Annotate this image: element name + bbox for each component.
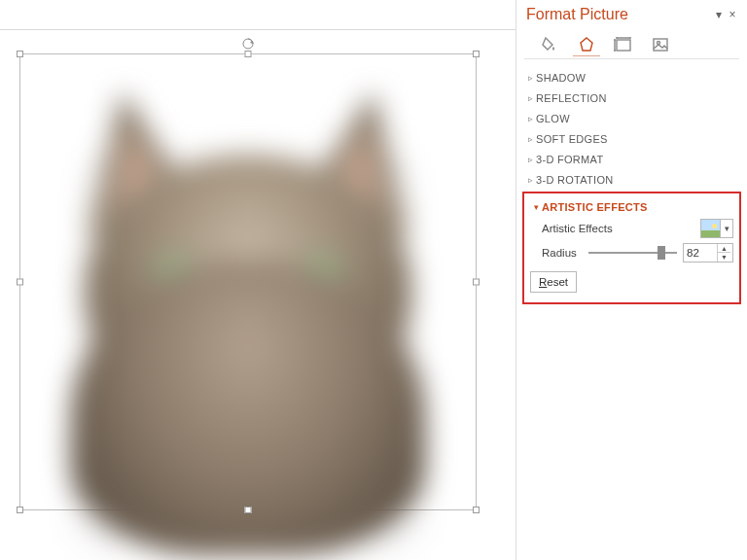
section-soft-edges[interactable]: ▹SOFT EDGES [524, 128, 739, 149]
artistic-effects-row: Artistic Effects ▾ [530, 217, 733, 240]
slider-thumb[interactable] [658, 246, 665, 260]
format-picture-panel: Format Picture ▾ × ▹SHADOW ▹REFLECTION ▹… [516, 0, 747, 560]
artistic-effects-preset-dropdown[interactable]: ▾ [700, 219, 733, 238]
selected-picture[interactable] [19, 53, 477, 510]
svg-rect-3 [654, 39, 667, 51]
canvas-top-edge [0, 29, 516, 30]
resize-handle-tl[interactable] [17, 51, 23, 57]
panel-menu-dropdown[interactable]: ▾ [712, 8, 726, 21]
section-3d-rotation[interactable]: ▹3-D ROTATION [524, 169, 739, 190]
tab-picture[interactable] [649, 31, 672, 58]
spinner-up[interactable]: ▲ [718, 244, 730, 253]
tab-effects[interactable] [575, 31, 598, 58]
section-label: SOFT EDGES [536, 133, 608, 145]
preset-thumb-icon [701, 220, 721, 237]
panel-close-button[interactable]: × [726, 8, 739, 21]
chevron-right-icon: ▹ [524, 93, 536, 103]
picture-content [20, 54, 476, 509]
radius-slider[interactable] [588, 244, 677, 262]
section-shadow[interactable]: ▹SHADOW [524, 67, 739, 88]
svg-rect-2 [617, 40, 630, 51]
reset-button[interactable]: Reset [530, 271, 577, 293]
section-label: 3-D ROTATION [536, 174, 614, 186]
artistic-effects-group: ▾ ARTISTIC EFFECTS Artistic Effects ▾ Ra… [522, 192, 741, 304]
panel-header: Format Picture ▾ × [516, 0, 747, 25]
tab-fill-line[interactable] [538, 31, 561, 58]
artistic-effects-label: Artistic Effects [542, 223, 613, 234]
chevron-down-icon: ▾ [721, 224, 732, 233]
section-label: 3-D FORMAT [536, 154, 603, 165]
resize-handle-r[interactable] [473, 279, 480, 286]
section-artistic-effects[interactable]: ▾ ARTISTIC EFFECTS [530, 197, 733, 217]
panel-title: Format Picture [526, 6, 712, 23]
resize-handle-l[interactable] [17, 279, 23, 286]
section-reflection[interactable]: ▹REFLECTION [524, 88, 739, 108]
chevron-down-icon: ▾ [530, 202, 542, 212]
rotation-handle[interactable] [241, 37, 255, 51]
slide-canvas[interactable] [0, 0, 516, 560]
chevron-right-icon: ▹ [524, 134, 536, 144]
spinner-down[interactable]: ▼ [718, 253, 730, 262]
radius-label: Radius [530, 247, 583, 259]
section-label: SHADOW [536, 72, 586, 84]
tab-size-properties[interactable] [612, 31, 635, 58]
chevron-right-icon: ▹ [524, 155, 536, 164]
section-label: REFLECTION [536, 92, 607, 104]
resize-handle-t[interactable] [245, 51, 252, 57]
chevron-right-icon: ▹ [524, 73, 536, 83]
section-3d-format[interactable]: ▹3-D FORMAT [524, 149, 739, 169]
panel-tabstrip [524, 25, 739, 59]
section-label: ARTISTIC EFFECTS [542, 201, 648, 213]
app-root: Format Picture ▾ × ▹SHADOW ▹REFLECTION ▹… [0, 0, 747, 560]
resize-handle-bl[interactable] [17, 507, 23, 513]
section-glow[interactable]: ▹GLOW [524, 108, 739, 128]
chevron-right-icon: ▹ [524, 114, 536, 123]
resize-handle-br[interactable] [473, 507, 480, 513]
panel-sections: ▹SHADOW ▹REFLECTION ▹GLOW ▹SOFT EDGES ▹3… [516, 59, 747, 190]
resize-handle-tr[interactable] [473, 51, 480, 57]
chevron-right-icon: ▹ [524, 175, 536, 185]
radius-spinner[interactable]: ▲ ▼ [683, 243, 733, 262]
reset-rest: eset [547, 276, 568, 288]
resize-handle-b[interactable] [245, 507, 252, 513]
radius-input[interactable] [684, 244, 717, 262]
svg-marker-1 [581, 38, 592, 51]
section-label: GLOW [536, 113, 570, 124]
radius-row: Radius ▲ ▼ [530, 240, 733, 265]
svg-point-4 [658, 42, 660, 45]
